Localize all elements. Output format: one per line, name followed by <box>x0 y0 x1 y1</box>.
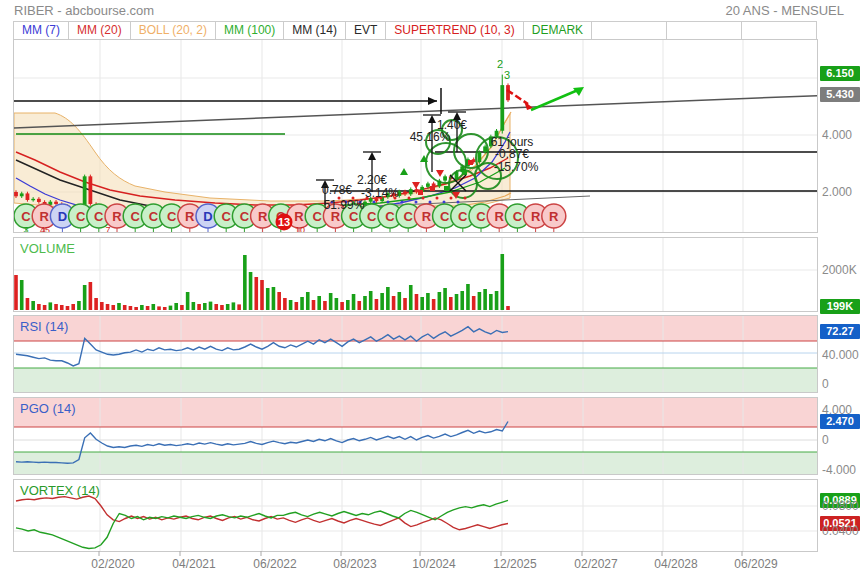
svg-text:7: 7 <box>105 225 110 232</box>
toolbar-item-evt[interactable]: EVT <box>346 22 386 40</box>
svg-text:45: 45 <box>40 225 50 232</box>
pgo-panel[interactable] <box>13 397 818 475</box>
pgo-axis-label: 0 <box>822 433 829 447</box>
vortex-axis-label: 0.0400 <box>822 524 859 538</box>
price-axis-label: 2.000 <box>822 185 852 199</box>
event-markers: CRDCCRCCCRDCCRCRCRCCCCRCCCRCRR13345710 <box>14 204 566 232</box>
annotation-text: 2 <box>497 58 503 70</box>
rsi-chart[interactable] <box>14 316 817 392</box>
toolbar-item-boll-20-2[interactable]: BOLL (20, 2) <box>131 22 216 40</box>
annotation-text: -0.87€ <box>495 147 529 161</box>
page-title: RIBER - abcbourse.com <box>14 3 154 18</box>
svg-text:C: C <box>404 209 414 224</box>
rsi-axis-label: 72.27 <box>820 324 860 339</box>
toolbar-filler <box>592 22 667 40</box>
toolbar-item-supertrend-10-3[interactable]: SUPERTREND (10, 3) <box>386 22 523 40</box>
indicator-toolbar: MM (7)MM (20)BOLL (20, 2)MM (100)MM (14)… <box>13 21 817 41</box>
annotation-text: 3 <box>504 69 510 81</box>
x-axis-label: 06/2022 <box>240 557 310 571</box>
svg-text:R: R <box>112 209 122 224</box>
svg-text:R: R <box>531 209 541 224</box>
x-axis-label: 06/2029 <box>721 557 791 571</box>
svg-text:C: C <box>94 209 104 224</box>
annotation-text: -3.14% <box>361 186 399 200</box>
svg-text:C: C <box>367 209 377 224</box>
price-axis-label: 6.150 <box>820 66 860 81</box>
x-axis-label: 02/2027 <box>561 557 631 571</box>
svg-text:C: C <box>76 209 86 224</box>
x-axis-label: 04/2021 <box>159 557 229 571</box>
svg-text:R: R <box>495 209 505 224</box>
pgo-chart[interactable] <box>14 398 817 474</box>
svg-text:C: C <box>440 209 450 224</box>
toolbar-item-mm-100[interactable]: MM (100) <box>216 22 284 40</box>
svg-text:C: C <box>313 209 323 224</box>
annotation-text: -15.70% <box>494 160 539 174</box>
svg-text:D: D <box>58 209 67 224</box>
volume-chart[interactable] <box>14 238 817 311</box>
pgo-axis-label: 2.470 <box>820 414 860 429</box>
pgo-panel-label: PGO (14) <box>20 401 76 416</box>
vortex-chart[interactable] <box>14 480 817 551</box>
svg-text:C: C <box>149 209 159 224</box>
svg-text:C: C <box>131 209 141 224</box>
vortex-panel-label: VORTEX (14) <box>20 483 100 498</box>
rsi-panel[interactable] <box>13 315 818 393</box>
toolbar-filler <box>667 22 742 40</box>
x-axis-label: 08/2023 <box>320 557 390 571</box>
x-axis-label: 02/2020 <box>78 557 148 571</box>
right-axis-column: 6.1505.4304.0002.0002000K199K72.2740.000… <box>820 0 860 579</box>
x-axis-label: 10/2024 <box>399 557 469 571</box>
x-axis-labels: 02/202004/202106/202208/202310/202412/20… <box>0 557 860 577</box>
toolbar-item-mm-14[interactable]: MM (14) <box>284 22 346 40</box>
svg-text:C: C <box>167 209 177 224</box>
annotation-text: 2.20€ <box>357 173 387 187</box>
annotation-text: 0.78€ <box>322 183 352 197</box>
volume-panel-label: VOLUME <box>20 241 75 256</box>
svg-text:C: C <box>458 209 468 224</box>
x-axis-label: 04/2028 <box>641 557 711 571</box>
volume-panel[interactable] <box>13 237 818 312</box>
chart-application: RIBER - abcbourse.com 20 ANS - MENSUEL M… <box>0 0 860 579</box>
svg-text:R: R <box>40 209 50 224</box>
svg-text:C: C <box>222 209 232 224</box>
svg-text:C: C <box>476 209 486 224</box>
svg-text:C: C <box>513 209 523 224</box>
toolbar-item-demark[interactable]: DEMARK <box>524 22 592 40</box>
toolbar-item-mm-7[interactable]: MM (7) <box>13 22 69 40</box>
annotation-text: 51.99% <box>324 198 365 212</box>
price-axis-label: 4.000 <box>822 128 852 142</box>
volume-axis-label: 2000K <box>822 263 857 277</box>
annotation-text: 45.16% <box>410 130 451 144</box>
svg-text:R: R <box>258 209 268 224</box>
svg-text:C: C <box>385 209 395 224</box>
rsi-panel-label: RSI (14) <box>20 319 68 334</box>
svg-text:3: 3 <box>23 225 28 232</box>
rsi-axis-label: 0 <box>822 377 829 391</box>
svg-text:R: R <box>294 209 304 224</box>
price-axis-label: 5.430 <box>820 87 860 102</box>
svg-text:R: R <box>422 209 432 224</box>
svg-text:10: 10 <box>295 225 305 232</box>
price-panel[interactable]: CRDCCRCCCRDCCRCRCRCCCCRCCCRCRR1334571023… <box>13 39 818 233</box>
svg-text:13: 13 <box>278 216 290 228</box>
svg-text:R: R <box>185 209 195 224</box>
rsi-axis-label: 40.000 <box>822 348 859 362</box>
price-chart[interactable]: CRDCCRCCCRDCCRCRCRCCCCRCCCRCRR1334571023… <box>14 40 817 232</box>
volume-axis-label: 199K <box>820 299 860 314</box>
pgo-axis-label: -4.000 <box>822 463 856 477</box>
vortex-axis-label: 0.0800 <box>822 499 859 513</box>
toolbar-item-mm-20[interactable]: MM (20) <box>69 22 131 40</box>
svg-text:D: D <box>203 209 212 224</box>
svg-text:C: C <box>240 209 250 224</box>
svg-text:R: R <box>549 209 559 224</box>
x-axis-label: 12/2025 <box>480 557 550 571</box>
svg-text:C: C <box>21 209 31 224</box>
vortex-panel[interactable] <box>13 479 818 552</box>
toolbar-filler <box>742 22 817 40</box>
